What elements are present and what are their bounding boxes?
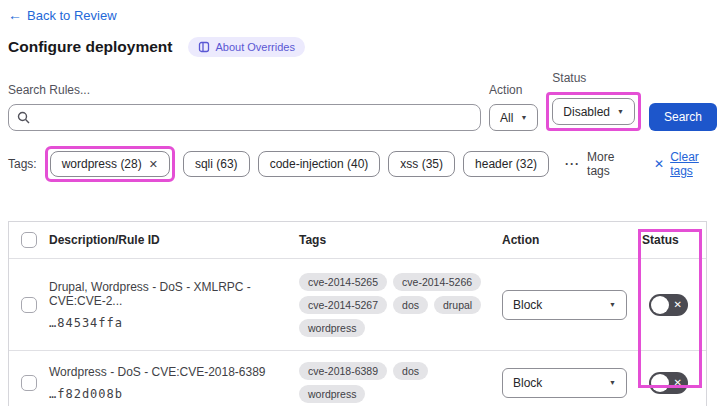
column-header-action: Action <box>502 233 642 247</box>
rule-action-dropdown[interactable]: Block ▼ <box>502 290 627 320</box>
status-filter-group: Status Disabled ▼ <box>546 71 641 131</box>
action-dropdown[interactable]: All ▼ <box>489 104 538 131</box>
rule-tag: wordpress <box>299 319 365 337</box>
rule-tag: dos <box>393 362 428 380</box>
tag-filter-code-injection[interactable]: code-injection (40) <box>258 151 381 177</box>
rule-tags: cve-2014-5265 cve-2014-5266 cve-2014-526… <box>299 273 502 337</box>
rule-action-dropdown[interactable]: Block ▼ <box>502 368 627 398</box>
toggle-knob <box>651 296 669 314</box>
rule-action-value: Block <box>513 298 542 312</box>
ellipsis-icon: ··· <box>565 157 580 171</box>
tag-filter-wordpress[interactable]: wordpress (28) ✕ <box>50 151 170 177</box>
status-label: Status <box>552 71 641 85</box>
rule-tag: cve-2014-5267 <box>299 296 387 314</box>
about-overrides-badge[interactable]: About Overrides <box>188 37 304 57</box>
back-arrow-icon: ← <box>8 8 22 22</box>
search-icon <box>17 110 30 128</box>
rule-action-value: Block <box>513 376 542 390</box>
tag-filter-header[interactable]: header (32) <box>463 151 549 177</box>
rule-id: …84534ffa <box>49 316 289 330</box>
tag-filter-label: sqli (63) <box>195 157 238 171</box>
action-filter-group: Action All ▼ <box>489 83 538 131</box>
column-header-status: Status <box>642 233 706 247</box>
more-tags-button[interactable]: ··· More tags <box>565 150 632 178</box>
rules-table: Description/Rule ID Tags Action Status D… <box>8 221 707 406</box>
rule-id: …f82d008b <box>49 387 289 401</box>
tag-filter-sqli[interactable]: sqli (63) <box>183 151 250 177</box>
rule-description: Drupal, Wordpress - DoS - XMLRPC - CVE:C… <box>49 280 289 308</box>
rule-tags: cve-2018-6389 dos wordpress <box>299 362 502 403</box>
rule-description: Wordpress - DoS - CVE:CVE-2018-6389 <box>49 365 289 379</box>
toggle-knob <box>651 374 669 392</box>
rule-tag: cve-2018-6389 <box>299 362 387 380</box>
rule-status-toggle[interactable]: ✕ <box>649 294 688 316</box>
back-link-label: Back to Review <box>27 8 117 23</box>
tag-filter-label: header (32) <box>475 157 537 171</box>
clear-tags-button[interactable]: ✕ Clear tags <box>654 150 717 178</box>
select-all-checkbox[interactable] <box>21 232 37 248</box>
toggle-off-icon: ✕ <box>674 376 682 390</box>
chevron-down-icon: ▼ <box>609 379 616 386</box>
more-tags-label: More tags <box>587 150 632 178</box>
action-dropdown-value: All <box>500 111 513 125</box>
status-dropdown-value: Disabled <box>563 105 610 119</box>
search-rules-input[interactable] <box>8 104 481 131</box>
column-header-tags: Tags <box>299 233 502 247</box>
tag-filter-label: code-injection (40) <box>270 157 369 171</box>
rule-tag: cve-2014-5266 <box>393 273 481 291</box>
status-dropdown-highlight: Disabled ▼ <box>546 92 641 131</box>
rule-tag: drupal <box>434 296 481 314</box>
table-row: Wordpress - DoS - CVE:CVE-2018-6389 …f82… <box>9 350 706 406</box>
tag-filter-label: wordpress (28) <box>62 157 142 171</box>
clear-icon: ✕ <box>654 157 664 171</box>
configure-deployment-page: ← Back to Review Configure deployment Ab… <box>0 0 725 406</box>
about-overrides-label: About Overrides <box>215 41 294 53</box>
search-button[interactable]: Search <box>649 103 717 131</box>
rule-tag: dos <box>393 296 428 314</box>
back-to-review-link[interactable]: ← Back to Review <box>8 8 117 23</box>
column-header-description: Description/Rule ID <box>49 233 299 247</box>
table-row: Drupal, Wordpress - DoS - XMLRPC - CVE:C… <box>9 258 706 350</box>
action-label: Action <box>489 83 538 97</box>
search-rules-label: Search Rules... <box>8 83 481 97</box>
table-header-row: Description/Rule ID Tags Action Status <box>9 222 706 258</box>
chevron-down-icon: ▼ <box>609 301 616 308</box>
row-checkbox[interactable] <box>21 375 37 391</box>
tags-label: Tags: <box>8 157 37 171</box>
tag-filter-label: xss (35) <box>400 157 443 171</box>
chevron-down-icon: ▼ <box>520 114 527 121</box>
remove-tag-icon[interactable]: ✕ <box>149 158 158 171</box>
rule-tag: cve-2014-5265 <box>299 273 387 291</box>
clear-tags-label: Clear tags <box>670 150 717 178</box>
status-dropdown[interactable]: Disabled ▼ <box>552 98 635 125</box>
page-title: Configure deployment <box>8 38 172 56</box>
selected-tag-highlight: wordpress (28) ✕ <box>45 146 175 182</box>
toggle-off-icon: ✕ <box>674 298 682 312</box>
docs-icon <box>198 41 210 53</box>
rule-status-toggle[interactable]: ✕ <box>649 372 688 394</box>
tag-filter-xss[interactable]: xss (35) <box>388 151 455 177</box>
chevron-down-icon: ▼ <box>617 108 624 115</box>
row-checkbox[interactable] <box>21 297 37 313</box>
rule-tag: wordpress <box>299 385 365 403</box>
